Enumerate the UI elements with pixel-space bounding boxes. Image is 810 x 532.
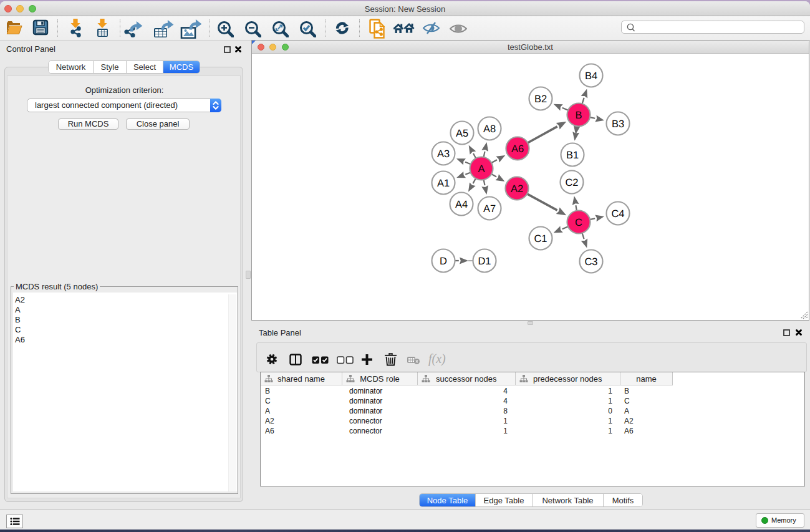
svg-text:C4: C4 xyxy=(611,208,624,220)
svg-text:B4: B4 xyxy=(585,70,597,82)
svg-text:A8: A8 xyxy=(483,123,496,135)
svg-text:B2: B2 xyxy=(534,94,547,105)
svg-text:C: C xyxy=(575,217,582,228)
svg-text:A2: A2 xyxy=(511,183,523,195)
svg-text:A3: A3 xyxy=(437,148,450,160)
svg-text:A: A xyxy=(478,163,485,175)
svg-text:D1: D1 xyxy=(478,256,491,267)
svg-text:C3: C3 xyxy=(584,256,597,268)
svg-text:C1: C1 xyxy=(534,233,547,244)
svg-text:B1: B1 xyxy=(566,150,579,161)
svg-text:B: B xyxy=(575,110,582,121)
svg-text:A5: A5 xyxy=(456,128,468,139)
svg-text:A4: A4 xyxy=(455,199,468,210)
svg-text:C2: C2 xyxy=(565,177,578,188)
svg-text:D: D xyxy=(440,256,447,267)
svg-text:B3: B3 xyxy=(612,118,624,130)
svg-text:A6: A6 xyxy=(511,143,524,155)
svg-text:A1: A1 xyxy=(437,178,450,189)
svg-text:A7: A7 xyxy=(483,203,496,215)
